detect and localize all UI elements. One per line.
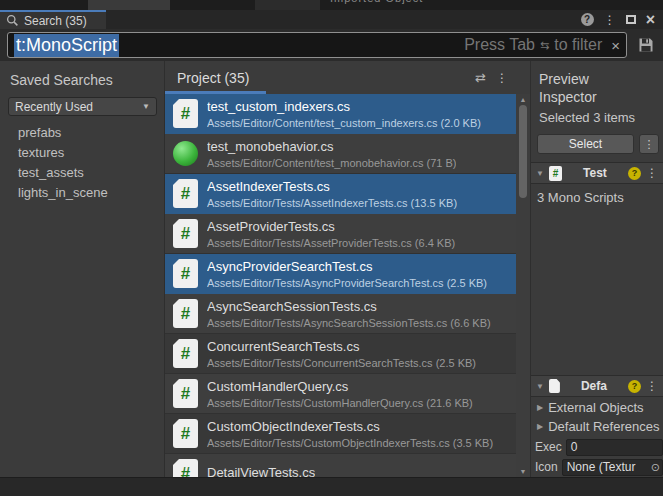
file-name: AssetProviderTests.cs	[207, 219, 455, 234]
sort-order-dropdown[interactable]: Recently Used ▼	[8, 97, 157, 116]
icon-label: Icon	[535, 460, 558, 474]
result-row[interactable]: # DetailViewTests.cs	[165, 454, 516, 477]
selection-summary: Selected 3 items	[539, 110, 635, 125]
result-row[interactable]: # AssetIndexerTests.csAssets/Editor/Test…	[165, 174, 516, 214]
save-search-button[interactable]	[638, 37, 654, 53]
mono-scripts-summary: 3 Mono Scripts	[537, 190, 624, 205]
file-path: Assets/Editor/Tests/ConcurrentSearchTest…	[207, 357, 476, 369]
foldout-open-icon[interactable]: ▼	[536, 382, 544, 391]
foldout-open-icon[interactable]: ▼	[536, 169, 544, 178]
file-path: Assets/Editor/Tests/AsyncProviderSearchT…	[207, 277, 487, 289]
section-title: Test	[567, 166, 623, 180]
section-title: Defa	[565, 379, 623, 393]
result-row[interactable]: # ConcurrentSearchTests.csAssets/Editor/…	[165, 334, 516, 374]
file-path: Assets/Editor/Tests/CustomHandlerQuery.c…	[207, 397, 473, 409]
file-path: Assets/Editor/Content/test_custom_indexe…	[207, 117, 481, 129]
section-menu-icon[interactable]: ⋮	[646, 167, 658, 179]
csharp-script-icon: #	[173, 379, 198, 408]
results-group-tab[interactable]: Project (35)	[165, 70, 249, 86]
csharp-script-icon: #	[173, 259, 198, 288]
file-name: AsyncSearchSessionTests.cs	[207, 299, 491, 314]
csharp-script-icon: #	[173, 299, 198, 328]
execution-order-field[interactable]: 0	[566, 439, 663, 456]
refresh-icon[interactable]: ⇄	[475, 70, 486, 85]
results-menu-icon[interactable]: ⋮	[496, 72, 508, 84]
file-name: AssetIndexerTests.cs	[207, 179, 457, 194]
chevron-down-icon: ▼	[142, 102, 150, 111]
foldout-closed-icon: ▶	[537, 403, 543, 412]
result-row[interactable]: # test_monobehavior.csAssets/Editor/Cont…	[165, 134, 516, 174]
close-icon[interactable]: ×	[646, 12, 655, 28]
background-clipped-text: Imported Object	[330, 0, 423, 4]
section-menu-icon[interactable]: ⋮	[646, 380, 658, 392]
csharp-script-icon: #	[173, 419, 198, 448]
search-toolbar: t:MonoScript Press Tab ⇆ to filter ×	[0, 29, 663, 61]
search-input[interactable]: t:MonoScript Press Tab ⇆ to filter ×	[7, 32, 627, 58]
result-row[interactable]: # CustomObjectIndexerTests.csAssets/Edit…	[165, 414, 516, 454]
file-name: CustomHandlerQuery.cs	[207, 379, 473, 394]
saved-search-item[interactable]: test_assets	[0, 163, 165, 183]
result-row[interactable]: # AssetProviderTests.csAssets/Editor/Tes…	[165, 214, 516, 254]
file-name: test_monobehavior.cs	[207, 139, 456, 154]
file-name: AsyncProviderSearchTest.cs	[207, 259, 487, 274]
scrollbar-thumb[interactable]	[519, 105, 527, 198]
maximize-icon[interactable]	[626, 15, 636, 24]
tab-key-icon: ⇆	[540, 39, 549, 52]
csharp-script-icon: #	[173, 179, 198, 208]
csharp-script-icon: #	[173, 99, 198, 128]
help-badge-icon[interactable]: ?	[628, 380, 641, 393]
monobehaviour-sphere-icon: #	[173, 141, 198, 166]
execution-order-label: Exec	[535, 440, 562, 454]
result-row[interactable]: # CustomHandlerQuery.csAssets/Editor/Tes…	[165, 374, 516, 414]
file-path: Assets/Editor/Tests/AssetProviderTests.c…	[207, 237, 455, 249]
result-row[interactable]: # AsyncProviderSearchTest.csAssets/Edito…	[165, 254, 516, 294]
results-list: # test_custom_indexers.csAssets/Editor/C…	[165, 94, 516, 477]
results-scrollbar[interactable]: ▲ ▼	[516, 94, 530, 477]
titlebar: Search (35) ? ⋮ ×	[0, 10, 663, 29]
scroll-up-icon[interactable]: ▲	[516, 96, 530, 103]
inspector-section-test[interactable]: ▼ # Test ? ⋮	[531, 162, 663, 184]
result-row[interactable]: # test_custom_indexers.csAssets/Editor/C…	[165, 94, 516, 134]
file-path: Assets/Editor/Tests/CustomObjectIndexerT…	[207, 437, 493, 449]
scroll-down-icon[interactable]: ▼	[516, 468, 530, 475]
file-name: test_custom_indexers.cs	[207, 99, 481, 114]
csharp-script-icon: #	[173, 339, 198, 368]
foldout-default-references[interactable]: ▶ Default References	[537, 417, 663, 436]
results-header: Project (35) ⇄ ⋮	[165, 61, 530, 94]
window-tab-search[interactable]: Search (35)	[0, 10, 106, 29]
background-fragment	[88, 0, 170, 10]
file-name: CustomObjectIndexerTests.cs	[207, 419, 493, 434]
unity-search-window: Imported Object Search (35) ? ⋮ × t:Mono…	[0, 0, 663, 496]
background-window-edge: Imported Object	[0, 0, 663, 10]
saved-search-item[interactable]: textures	[0, 143, 165, 163]
select-button[interactable]: Select	[537, 134, 634, 154]
csharp-script-icon: #	[549, 166, 562, 181]
search-hint: Press Tab ⇆ to filter	[464, 36, 602, 54]
search-icon	[6, 14, 19, 27]
window-menu-icon[interactable]: ⋮	[604, 14, 616, 26]
saved-search-item[interactable]: lights_in_scene	[0, 183, 165, 203]
object-picker-icon[interactable]: ⊙	[651, 460, 660, 475]
search-query-text: t:MonoScript	[14, 34, 119, 57]
foldout-closed-icon: ▶	[537, 422, 543, 431]
csharp-script-icon: #	[173, 459, 198, 477]
saved-searches-panel: Saved Searches Recently Used ▼ prefabs t…	[0, 61, 165, 477]
preview-inspector-panel: Preview Inspector Selected 3 items Selec…	[530, 61, 663, 477]
file-path: Assets/Editor/Tests/AssetIndexerTests.cs…	[207, 197, 457, 209]
foldout-external-objects[interactable]: ▶ External Objects	[537, 398, 663, 417]
panel-title: Preview Inspector	[539, 70, 597, 106]
help-badge-icon[interactable]: ?	[628, 167, 641, 180]
saved-search-item[interactable]: prefabs	[0, 123, 165, 143]
selection-menu-icon[interactable]: ⋮	[639, 134, 659, 154]
result-row[interactable]: # AsyncSearchSessionTests.csAssets/Edito…	[165, 294, 516, 334]
background-fragment	[255, 0, 320, 10]
icon-object-field[interactable]: None (Textur ⊙	[562, 459, 663, 476]
tab-label: Search (35)	[24, 14, 87, 28]
file-name: DetailViewTests.cs	[207, 465, 315, 478]
clear-search-icon[interactable]: ×	[611, 37, 620, 54]
results-panel: Project (35) ⇄ ⋮ # test_custom_indexers.…	[165, 61, 530, 477]
help-icon[interactable]: ?	[581, 13, 594, 26]
file-path: Assets/Editor/Content/test_monobehavior.…	[207, 157, 456, 169]
csharp-script-icon: #	[173, 219, 198, 248]
inspector-section-defaults[interactable]: ▼ Defa ? ⋮	[531, 375, 663, 397]
